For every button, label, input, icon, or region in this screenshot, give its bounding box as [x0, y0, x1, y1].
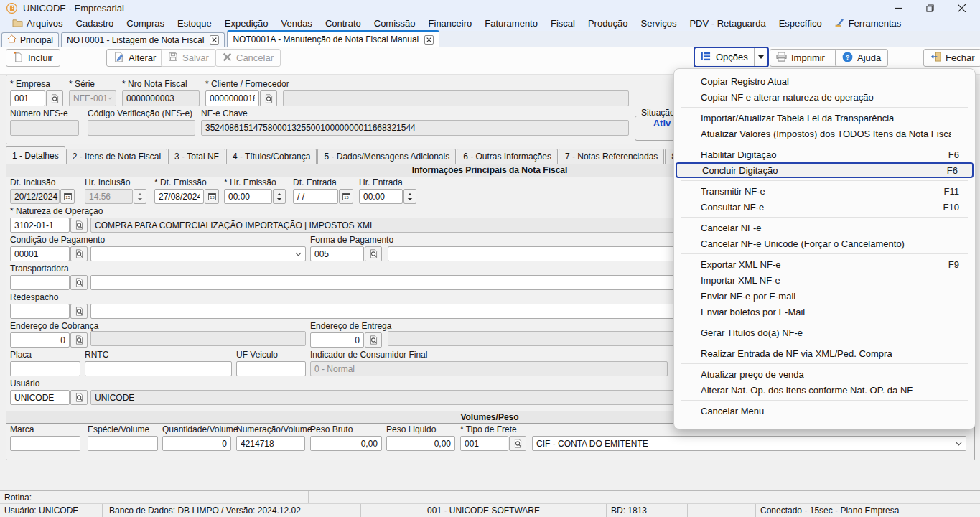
- empresa-lookup-icon[interactable]: [46, 90, 63, 106]
- menu-item-cancelar-nfe[interactable]: Cancelar NF-e: [674, 220, 975, 236]
- menu-item-habilitar-digitacao[interactable]: Habilitar DigitaçãoF6: [674, 146, 975, 162]
- tab-dados-mensagens[interactable]: 5 - Dados/Mensagens Adicionais: [317, 149, 456, 164]
- condicao-pagamento-input[interactable]: [10, 246, 70, 261]
- tipo-frete-lookup-icon[interactable]: [509, 436, 526, 451]
- menubar-item-servicos[interactable]: Serviços: [635, 16, 683, 31]
- forma-pagamento-input[interactable]: [310, 246, 364, 261]
- menu-item-cancelar-menu[interactable]: Cancelar Menu: [674, 403, 975, 419]
- menubar-item-fiscal[interactable]: Fiscal: [544, 16, 582, 31]
- time-stepper-icon[interactable]: [134, 189, 146, 204]
- tab-principal[interactable]: Principal: [1, 32, 59, 47]
- menu-item-concluir-digitacao[interactable]: Concluir DigitaçãoF6: [676, 162, 974, 178]
- menu-item-atualizar-valores-impostos[interactable]: Atualizar Valores (Impostos) dos TODOS I…: [674, 126, 975, 141]
- forma-lookup-icon[interactable]: [365, 246, 382, 261]
- tab-itens-nota-fiscal[interactable]: 2 - Itens de Nota Fiscal: [66, 149, 167, 164]
- cancelar-button[interactable]: Cancelar: [215, 49, 281, 67]
- menubar-item-cadastro[interactable]: Cadastro: [70, 16, 121, 31]
- tab-close-icon[interactable]: [210, 35, 219, 45]
- redespacho-input[interactable]: [10, 304, 70, 319]
- salvar-button[interactable]: Salvar: [161, 49, 216, 67]
- menu-item-copiar-nf-alterar-natureza[interactable]: Copiar NF e alterar natureza de operação: [674, 89, 975, 105]
- menubar-item-contrato[interactable]: Contrato: [319, 16, 368, 31]
- menubar-item-vendas[interactable]: Vendas: [275, 16, 319, 31]
- peso-bruto-input[interactable]: [310, 436, 382, 451]
- menu-item-atualizar-preco-venda[interactable]: Atualizar preço de venda: [674, 366, 975, 382]
- menu-item-exportar-xml-nfe[interactable]: Exportar XML NF-eF9: [674, 256, 975, 272]
- usuario-lookup-icon[interactable]: [70, 390, 88, 405]
- menubar-item-producao[interactable]: Produção: [582, 16, 635, 31]
- opcoes-button[interactable]: Opções: [695, 48, 754, 66]
- menu-item-cancelar-nfe-unicode[interactable]: Cancelar NF-e Unicode (Forçar o Cancelam…: [674, 236, 975, 251]
- endereco-entrega-lookup-icon[interactable]: [365, 332, 382, 348]
- menubar-item-comissao[interactable]: Comissão: [368, 16, 422, 31]
- natureza-lookup-icon[interactable]: [70, 218, 88, 233]
- tab-outras-informacoes[interactable]: 6 - Outras Informações: [457, 149, 558, 164]
- menu-item-consultar-nfe[interactable]: Consultar NF-eF10: [674, 199, 975, 215]
- tab-detalhes[interactable]: 1 - Detalhes: [6, 146, 65, 164]
- hr-emissao-input[interactable]: [224, 189, 272, 204]
- menubar-item-arquivos[interactable]: Arquivos: [6, 16, 70, 31]
- alterar-button[interactable]: Alterar: [106, 49, 163, 67]
- endereco-cobranca-lookup-icon[interactable]: [70, 332, 88, 348]
- tab-manutencao-nota-fiscal[interactable]: NOT0001A - Manutenção de Nota Fiscal Man…: [227, 30, 439, 47]
- menubar-item-expedicao[interactable]: Expedição: [218, 16, 275, 31]
- cliente-fornecedor-input[interactable]: [205, 90, 259, 106]
- tab-close-icon[interactable]: [424, 35, 434, 45]
- especie-volume-input[interactable]: [88, 436, 158, 451]
- calendar-icon[interactable]: 15: [339, 189, 353, 204]
- ajuda-button[interactable]: ? Ajuda: [835, 49, 888, 67]
- menubar-item-especifico[interactable]: Específico: [773, 16, 829, 31]
- usuario-input[interactable]: [10, 390, 70, 405]
- menu-item-copiar-registro-atual[interactable]: Copiar Registro Atual: [674, 73, 975, 89]
- numeracao-volume-input[interactable]: [236, 436, 305, 451]
- natureza-operacao-input[interactable]: [10, 218, 70, 233]
- dt-emissao-input[interactable]: [154, 189, 204, 204]
- marca-input[interactable]: [10, 436, 80, 451]
- tipo-frete-select[interactable]: CIF - CONTA DO EMITENTE: [532, 436, 966, 451]
- opcoes-dropdown-arrow-icon[interactable]: [754, 48, 767, 66]
- menu-item-enviar-boletos-email[interactable]: Enviar boletos por E-Mail: [674, 304, 975, 320]
- condicao-descricao-select[interactable]: [90, 246, 306, 261]
- menu-item-realizar-entrada-nf[interactable]: Realizar Entrada de NF via XML/Ped. Comp…: [674, 345, 975, 361]
- menubar-item-ferramentas[interactable]: Ferramentas: [829, 16, 908, 31]
- menu-item-transmitir-nfe[interactable]: Transmitir NF-eF11: [674, 183, 975, 199]
- redespacho-lookup-icon[interactable]: [70, 304, 88, 319]
- placa-input[interactable]: [10, 361, 80, 376]
- menu-item-importar-tabela-transparencia[interactable]: Importar/Atualizar Tabela Lei da Transpa…: [674, 110, 975, 126]
- menu-item-importar-xml-nfe[interactable]: Importar XML NF-e: [674, 272, 975, 288]
- menubar-item-financeiro[interactable]: Financeiro: [422, 16, 479, 31]
- endereco-entrega-input[interactable]: [310, 332, 364, 348]
- menubar-item-compras[interactable]: Compras: [120, 16, 171, 31]
- close-icon[interactable]: [946, 0, 977, 16]
- time-stepper-icon[interactable]: [273, 189, 286, 204]
- transportadora-input[interactable]: [10, 275, 70, 290]
- menubar-item-estoque[interactable]: Estoque: [171, 16, 218, 31]
- tab-notas-referenciadas[interactable]: 7 - Notas Referenciadas: [559, 149, 664, 164]
- endereco-cobranca-input[interactable]: [10, 332, 70, 348]
- menu-item-enviar-nfe-email[interactable]: Enviar NF-e por E-mail: [674, 288, 975, 304]
- calendar-icon[interactable]: 15: [205, 189, 219, 204]
- incluir-button[interactable]: Incluir: [6, 49, 60, 67]
- peso-liquido-input[interactable]: [386, 436, 455, 451]
- tipo-frete-input[interactable]: [460, 436, 508, 451]
- menubar-item-pdv-retaguarda[interactable]: PDV - Retaguarda: [683, 16, 772, 31]
- tab-titulos-cobranca[interactable]: 4 - Títulos/Cobrança: [226, 149, 317, 164]
- empresa-input[interactable]: [10, 90, 45, 106]
- minimize-icon[interactable]: [882, 0, 914, 16]
- time-stepper-icon[interactable]: [403, 189, 416, 204]
- serie-select[interactable]: NFE-001: [69, 90, 116, 106]
- menu-item-alterar-nat-op-itens[interactable]: Alterar Nat. Op. dos Itens conforme Nat.…: [674, 382, 975, 398]
- transportadora-lookup-icon[interactable]: [70, 275, 88, 290]
- menu-item-gerar-titulos-nfe[interactable]: Gerar Títulos do(a) NF-e: [674, 325, 975, 340]
- rntc-input[interactable]: [85, 361, 232, 376]
- tab-listagem-nota-fiscal[interactable]: NOT0001 - Listagem de Nota Fiscal: [61, 32, 225, 47]
- quantidade-volume-input[interactable]: [162, 436, 231, 451]
- restore-icon[interactable]: [914, 0, 946, 16]
- cliente-lookup-icon[interactable]: [260, 90, 277, 106]
- fechar-button[interactable]: Fechar: [923, 49, 980, 67]
- imprimir-button[interactable]: Imprimir: [770, 50, 831, 66]
- calendar-icon[interactable]: 15: [60, 189, 75, 204]
- hr-entrada-input[interactable]: [359, 189, 403, 204]
- condicao-lookup-icon[interactable]: [70, 246, 88, 261]
- tab-total-nf[interactable]: 3 - Total NF: [168, 149, 225, 164]
